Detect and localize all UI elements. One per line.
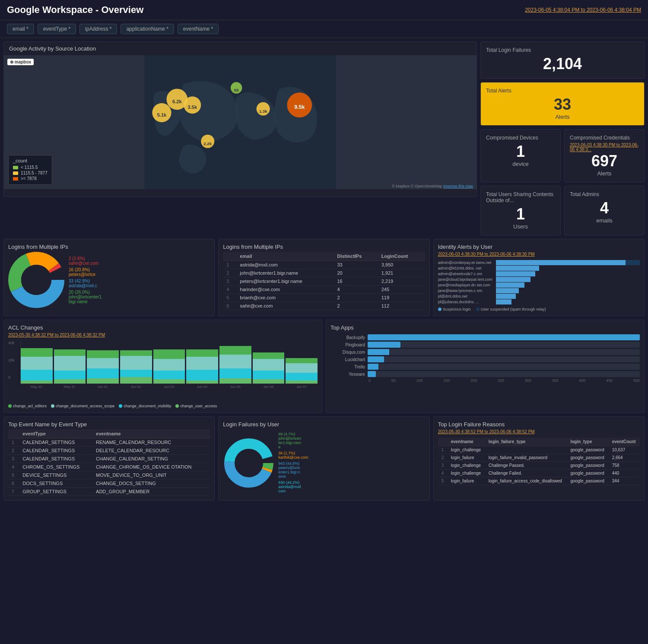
acl-subtitle[interactable]: 2023-05-30 4:38:32 PM to 2023-06-06 4:38… xyxy=(8,333,318,337)
time-range[interactable]: 2023-06-05 4:38:04 PM to 2023-06-06 4:38… xyxy=(525,7,641,13)
top-apps-title: Top Apps xyxy=(330,324,640,331)
sharing-card: Total Users Sharing Contents Outside of.… xyxy=(480,186,561,235)
legend-item-1: < 1115.5 xyxy=(13,165,48,170)
fr-col-event: eventname xyxy=(448,438,485,446)
event-row: 4CHROME_OS_SETTINGSCHANGE_CHROME_OS_DEVI… xyxy=(8,463,210,471)
legend-item-2: 1115.5 - 7877 xyxy=(13,171,48,175)
failure-row: 1login_challengegoogle_password10,637 xyxy=(438,446,640,454)
top-apps-chart: Backupify Pingboard Disqus.com Lucidchar… xyxy=(330,334,640,377)
event-row: 3CALENDAR_SETTINGSCHANGE_CALENDAR_SETTIN… xyxy=(8,455,210,463)
identity-title: Identity Alerts by User xyxy=(438,244,640,250)
comp-creds-value: 697 xyxy=(570,152,639,170)
map-background: ⊕ mapbox 5.1k 6.2k 3.5k 55 1. xyxy=(4,55,476,189)
total-alerts-title: Total Alerts xyxy=(486,88,639,94)
failure-reasons-title: Top Login Failure Reasons xyxy=(438,421,640,428)
svg-text:2.2k: 2.2k xyxy=(203,141,212,146)
comp-devices-title: Compromised Devices xyxy=(486,135,555,141)
failure-row: 3login_challengeChallenge Passed.google_… xyxy=(438,462,640,470)
top-section: Google Activity by Source Location ⊕ map… xyxy=(0,38,648,239)
logins-table: email DistinctIPs LoginCount 1astrida@mx… xyxy=(223,252,425,310)
logins-row: 3peters@lxrtcenter1.bigr.name162,219 xyxy=(223,277,425,286)
filter-eventtype[interactable]: eventType * xyxy=(38,24,76,34)
event-row: 2CALENDAR_SETTINGSDELETE_CALENDAR_RESOUR… xyxy=(8,447,210,455)
filter-eventname[interactable]: eventName * xyxy=(178,24,219,34)
comp-devices-value: 1 xyxy=(486,143,555,161)
login-failures-value: 2,104 xyxy=(486,55,639,73)
identity-bar-row: jane@cloud.bipolarpat ient.com xyxy=(438,277,640,282)
event-row: 6DOCS_SETTINGSCHANGE_DOCS_SETTING xyxy=(8,479,210,488)
logins-table-panel: Logins from Multiple IPs email DistinctI… xyxy=(218,239,429,316)
logins-pie-title: Logins from Multiple IPs xyxy=(8,244,210,250)
total-alerts-value: 33 xyxy=(486,95,639,114)
login-failures-card: Total Login Failures 2,104 xyxy=(480,41,645,79)
apps-x-axis: 050100150200250300350400450500 xyxy=(368,378,640,383)
failure-row: 4login_challengeChallenge Failed.google_… xyxy=(438,470,640,477)
event-col-type: eventType xyxy=(19,429,92,438)
acl-bar-group xyxy=(21,341,53,384)
sharing-label: Users xyxy=(486,223,555,230)
map-legend: _count < 1115.5 1115.5 - 7877 >= 7878 xyxy=(8,155,52,185)
donut-container: 99 (4.7%)john@lxrtcenter1.bigr.name 36 (… xyxy=(223,431,425,495)
admins-label: emails xyxy=(570,217,639,224)
total-alerts-label: Alerts xyxy=(486,114,639,120)
acl-chart: 40k20k0 May 30May 31Jun 01Jun 02Jun 03Ju… xyxy=(8,341,318,401)
map-title: Google Activity by Source Location xyxy=(4,42,476,55)
sharing-title: Total Users Sharing Contents Outside of.… xyxy=(486,191,555,203)
compromised-devices-card: Compromised Devices 1 device xyxy=(480,129,561,182)
fr-col-login: login_type xyxy=(567,438,608,446)
fr-col-count: eventCount xyxy=(609,438,640,446)
login-donut-title: Login Failures by User xyxy=(223,421,425,428)
pie-chart xyxy=(8,252,64,308)
failure-reasons-subtitle[interactable]: 2023-05-30 4:38:52 PM to 2023-06-06 4:38… xyxy=(438,429,640,434)
pie-container: 2 (2.6%)sahir@cxe.com 16 (20.8%)peters@l… xyxy=(8,252,210,308)
fr-col-type: login_failure_type xyxy=(485,438,567,446)
event-row: 5DEVICE_SETTINGSMOVE_DEVICE_TO_ORG_UNIT xyxy=(8,471,210,479)
acl-title: ACL Changes xyxy=(8,324,318,331)
svg-point-24 xyxy=(235,449,263,477)
comp-creds-label: Alerts xyxy=(570,170,639,177)
col-num xyxy=(223,252,236,261)
logins-row: 2john@lxrtcenter1.bigr.name201,921 xyxy=(223,269,425,277)
failure-row: 5login_failurelogin_failure_access_code_… xyxy=(438,477,640,485)
identity-bar-row: jd@dmt.ddns.net xyxy=(438,294,640,299)
legend-title: _count xyxy=(13,158,48,163)
identity-bar-row: admin@conderpay.et owns.net xyxy=(438,260,640,265)
filter-email[interactable]: email * xyxy=(7,24,34,34)
logins-row: 6sahir@cxe.com2112 xyxy=(223,302,425,310)
logins-row: 1astrida@mxil.com333,950 xyxy=(223,261,425,269)
filter-appname[interactable]: applicationName * xyxy=(121,24,174,34)
logins-row: 5brianh@cxe.com2119 xyxy=(223,294,425,302)
total-admins-card: Total Admins 4 emails xyxy=(564,186,645,235)
comp-creds-link[interactable]: 2023-06-03 4:38:30 PM to 2023-06-06 4:38… xyxy=(570,143,639,152)
header: Google Workspace - Overview 2023-06-05 4… xyxy=(0,0,648,20)
col-distinct: DistinctIPs xyxy=(334,252,378,261)
third-row: ACL Changes 2023-05-30 4:38:32 PM to 202… xyxy=(0,320,648,416)
bottom-row: Top Event Name by Event Type eventType e… xyxy=(0,416,648,504)
second-row: Logins from Multiple IPs 2 (2.6%)sahir@c… xyxy=(0,239,648,320)
acl-bar-group xyxy=(219,341,251,384)
map-svg: 5.1k 6.2k 3.5k 55 1.3k 2.2k 9.5k xyxy=(4,55,476,189)
filter-bar: email * eventType * ipAddress * applicat… xyxy=(0,20,648,38)
filter-ipaddress[interactable]: ipAddress * xyxy=(79,24,117,34)
donut-chart xyxy=(223,437,275,489)
top-apps-panel: Top Apps Backupify Pingboard Disqus.com … xyxy=(326,320,645,413)
failure-reasons-table: eventname login_failure_type login_type … xyxy=(438,438,640,485)
app-bar-row: Lucidchart xyxy=(330,356,640,362)
acl-bar-group xyxy=(120,341,152,384)
map-panel: Google Activity by Source Location ⊕ map… xyxy=(3,41,477,197)
identity-subtitle[interactable]: 2023-06-03 4:38:30 PM to 2023-06-06 4:38… xyxy=(438,252,640,257)
app-bar-row: Disqus.com xyxy=(330,349,640,355)
app-bar-row: Yesware xyxy=(330,371,640,377)
comp-creds-title: Compromised Credentials xyxy=(570,135,639,141)
app-bar-row: Pingboard xyxy=(330,342,640,348)
acl-bar-group xyxy=(153,341,185,384)
login-failures-title: Total Login Failures xyxy=(486,47,639,53)
page-title: Google Workspace - Overview xyxy=(7,4,143,16)
donut-labels: 99 (4.7%)john@lxrtcenter1.bigr.name 36 (… xyxy=(278,431,308,495)
acl-bar-group xyxy=(253,341,285,384)
acl-changes-panel: ACL Changes 2023-05-30 4:38:32 PM to 202… xyxy=(3,320,322,413)
top-event-title: Top Event Name by Event Type xyxy=(8,421,210,428)
map-attribution: © Mapbox © OpenStreetMap Improve this ma… xyxy=(392,184,473,188)
identity-alerts-panel: Identity Alerts by User 2023-06-03 4:38:… xyxy=(433,239,645,316)
top-event-panel: Top Event Name by Event Type eventType e… xyxy=(3,416,215,501)
